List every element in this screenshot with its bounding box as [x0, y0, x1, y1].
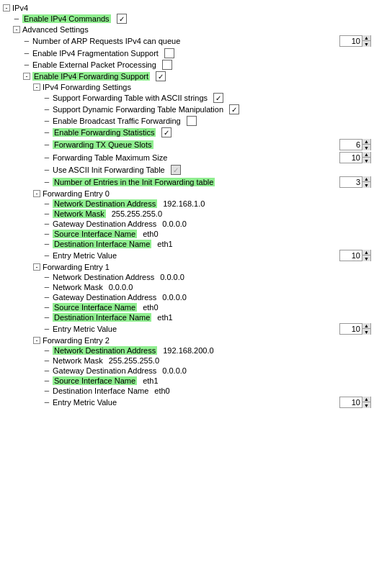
entry2-metric-value[interactable]: [340, 397, 362, 407]
e2-metric-label: Entry Metric Value: [53, 398, 117, 407]
entry2-header: - Forwarding Entry 2: [3, 335, 371, 345]
e2-netdest-label: Network Destination Address: [53, 346, 157, 355]
entry2-srciface-row: ─ Source Interface Name eth1: [3, 376, 371, 386]
ipv4-forward-checkbox[interactable]: [156, 71, 166, 81]
entry0-netmask-row: ─ Network Mask 255.255.255.0: [3, 209, 371, 219]
enable-ipv4-row: ─ Enable IPv4 Commands: [3, 13, 371, 24]
num-entries-down[interactable]: ▼: [362, 182, 370, 188]
fwd-queue-label: Forwarding TX Queue Slots: [53, 140, 153, 149]
e2-netdest-value: 192.168.200.0: [163, 346, 213, 355]
num-entries-spinner[interactable]: ▲ ▼: [339, 176, 371, 188]
entry1-srciface-row: ─ Source Interface Name eth0: [3, 302, 371, 312]
fwd-table-max-down[interactable]: ▼: [362, 158, 370, 163]
fwd-queue-up[interactable]: ▲: [362, 139, 370, 145]
entry2-netdest-row: ─ Network Destination Address 192.168.20…: [3, 345, 371, 356]
fwd-queue-spinner[interactable]: ▲ ▼: [339, 139, 371, 150]
ascii-init-dash: ─: [43, 166, 50, 173]
entry0-metric-spinner[interactable]: ▲ ▼: [339, 250, 371, 261]
entry0-gateway-row: ─ Gateway Destination Address 0.0.0.0: [3, 219, 371, 229]
fwd-queue-row: ─ Forwarding TX Queue Slots ▲ ▼: [3, 138, 371, 151]
arp-dash: ─: [23, 37, 30, 45]
entry1-metric-spinner[interactable]: ▲ ▼: [339, 323, 371, 335]
ipv4-forward-row: - Enable IPv4 Forwarding Support: [3, 71, 371, 82]
e1-netdest-dash: ─: [43, 273, 50, 281]
ipv4-root: - IPv4: [3, 3, 371, 13]
ascii-strings-label: Support Forwarding Table with ASCII stri…: [53, 94, 208, 102]
fwd-table-max-row: ─ Forwarding Table Maximum Size ▲ ▼: [3, 151, 371, 164]
fwd-table-max-label: Forwarding Table Maximum Size: [53, 153, 167, 162]
broadcast-dash: ─: [43, 117, 50, 125]
forwarding-settings-expand[interactable]: -: [33, 83, 40, 91]
entry0-srciface-row: ─ Source Interface Name eth0: [3, 229, 371, 239]
e0-metric-up[interactable]: ▲: [362, 250, 370, 255]
arp-value[interactable]: [340, 36, 362, 46]
forwarding-settings-label: IPv4 Forwarding Settings: [43, 83, 131, 91]
entry1-metric-value[interactable]: [340, 324, 362, 334]
frag-row: ─ Enable IPv4 Fragmentation Support: [3, 48, 371, 59]
frag-dash: ─: [23, 50, 30, 57]
fwd-table-max-value[interactable]: [340, 153, 362, 163]
fwd-stats-dash: ─: [43, 129, 50, 136]
e2-srciface-label: Source Interface Name: [53, 376, 137, 385]
num-entries-value[interactable]: [340, 177, 362, 187]
ext-packet-label: Enable External Packet Processing: [32, 60, 156, 69]
entry0-metric-value[interactable]: [340, 250, 362, 261]
ipv4-forward-expand[interactable]: -: [23, 73, 30, 80]
e2-gateway-dash: ─: [43, 367, 50, 374]
frag-label: Enable IPv4 Fragmentation Support: [32, 49, 159, 58]
arp-spinner[interactable]: ▲ ▼: [339, 35, 371, 47]
entry2-dstiface-row: ─ Destination Interface Name eth0: [3, 386, 371, 396]
entry2-metric-spinner[interactable]: ▲ ▼: [339, 397, 371, 408]
e2-netmask-label: Network Mask: [53, 356, 103, 365]
e0-netmask-value: 255.255.255.0: [112, 209, 162, 218]
ext-packet-row: ─ Enable External Packet Processing: [3, 59, 371, 71]
e0-metric-down[interactable]: ▼: [362, 255, 370, 261]
e0-netdest-label: Network Destination Address: [53, 199, 157, 208]
entry0-expand[interactable]: -: [33, 190, 40, 197]
arp-down[interactable]: ▼: [362, 41, 370, 47]
e2-metric-up[interactable]: ▲: [362, 397, 370, 402]
fwd-queue-value[interactable]: [340, 140, 362, 150]
entry2-gateway-row: ─ Gateway Destination Address 0.0.0.0: [3, 366, 371, 376]
entry0-title: Forwarding Entry 0: [43, 189, 110, 198]
entry1-gateway-row: ─ Gateway Destination Address 0.0.0.0: [3, 292, 371, 302]
e0-srciface-value: eth0: [143, 230, 158, 238]
e0-srciface-label: Source Interface Name: [53, 230, 137, 238]
ext-packet-checkbox[interactable]: [162, 60, 172, 70]
num-entries-up[interactable]: ▲: [362, 176, 370, 182]
fwd-stats-checkbox[interactable]: [161, 127, 172, 137]
e2-metric-down[interactable]: ▼: [362, 402, 370, 408]
entry2-expand[interactable]: -: [33, 337, 40, 344]
enable-ipv4-checkbox[interactable]: [117, 14, 127, 24]
broadcast-checkbox[interactable]: [187, 116, 197, 126]
ascii-strings-row: ─ Support Forwarding Table with ASCII st…: [3, 92, 371, 104]
ascii-init-checkbox[interactable]: [171, 165, 181, 175]
e2-srciface-value: eth1: [143, 376, 158, 385]
frag-checkbox[interactable]: [164, 48, 174, 58]
ascii-strings-checkbox[interactable]: [213, 93, 223, 103]
entry1-expand[interactable]: -: [33, 263, 40, 271]
fwd-queue-dash: ─: [43, 141, 50, 148]
e1-metric-up[interactable]: ▲: [362, 323, 370, 329]
fwd-table-max-up[interactable]: ▲: [362, 152, 370, 158]
advanced-expand[interactable]: -: [13, 26, 20, 33]
e0-srciface-dash: ─: [43, 230, 50, 238]
ascii-init-label: Use ASCII Init Forwarding Table: [53, 166, 165, 174]
e0-dstiface-value: eth1: [157, 240, 172, 248]
forwarding-settings-row: - IPv4 Forwarding Settings: [3, 82, 371, 92]
fwd-table-max-spinner[interactable]: ▲ ▼: [339, 152, 371, 163]
ipv4-expand[interactable]: -: [3, 4, 10, 12]
dynamic-manip-checkbox[interactable]: [229, 104, 239, 114]
e2-gateway-label: Gateway Destination Address: [53, 366, 156, 375]
fwd-queue-down[interactable]: ▼: [362, 145, 370, 150]
e1-dstiface-dash: ─: [43, 314, 50, 321]
arp-up[interactable]: ▲: [362, 35, 370, 41]
fwd-table-max-dash: ─: [43, 154, 50, 161]
entry0-header: - Forwarding Entry 0: [3, 189, 371, 199]
e0-gateway-value: 0.0.0.0: [162, 220, 187, 228]
entry2-metric-row: ─ Entry Metric Value ▲ ▼: [3, 396, 371, 409]
e1-srciface-dash: ─: [43, 304, 50, 311]
e1-metric-down[interactable]: ▼: [362, 329, 370, 335]
e1-netmask-value: 0.0.0.0: [109, 283, 133, 291]
e2-dstiface-label: Destination Interface Name: [53, 386, 148, 395]
